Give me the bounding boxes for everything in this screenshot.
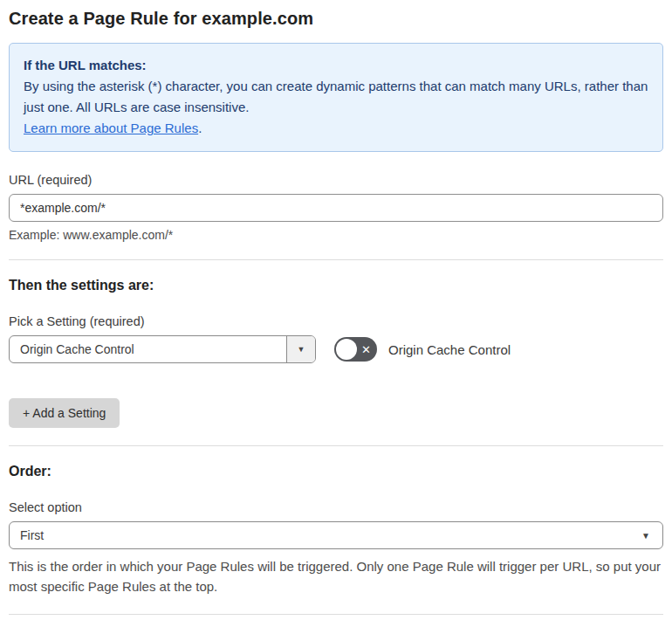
order-helper-text: This is the order in which your Page Rul… [9, 556, 663, 596]
divider [9, 445, 663, 446]
order-select-value: First [10, 522, 641, 548]
url-match-info-box: If the URL matches: By using the asteris… [9, 43, 663, 152]
setting-select[interactable]: Origin Cache Control ▼ [9, 335, 316, 363]
settings-heading: Then the settings are: [9, 278, 663, 293]
divider [9, 259, 663, 260]
setting-picker-label: Pick a Setting (required) [9, 314, 663, 328]
order-select-label: Select option [9, 500, 663, 514]
divider [9, 614, 663, 615]
setting-select-value: Origin Cache Control [10, 336, 286, 362]
info-box-heading: If the URL matches: [24, 55, 648, 76]
page-title: Create a Page Rule for example.com [9, 9, 663, 29]
order-heading: Order: [9, 464, 663, 479]
page-rule-form: Create a Page Rule for example.com If th… [0, 0, 672, 620]
learn-more-link[interactable]: Learn more about Page Rules [24, 121, 198, 135]
setting-row: Origin Cache Control ▼ ✕ Origin Cache Co… [9, 335, 663, 363]
toggle-off-x-icon: ✕ [361, 344, 371, 355]
url-label: URL (required) [9, 173, 663, 187]
origin-cache-control-toggle[interactable]: ✕ [334, 337, 377, 362]
chevron-down-icon: ▼ [286, 336, 315, 362]
info-box-body: By using the asterisk (*) character, you… [24, 76, 648, 118]
toggle-knob [336, 339, 357, 360]
link-suffix: . [198, 121, 202, 135]
toggle-label: Origin Cache Control [388, 342, 511, 357]
order-select[interactable]: First ▼ [9, 521, 663, 549]
chevron-down-icon: ▼ [641, 522, 662, 548]
info-box-link-line: Learn more about Page Rules. [24, 118, 648, 139]
url-example-text: Example: www.example.com/* [9, 228, 663, 242]
add-setting-button[interactable]: + Add a Setting [9, 398, 120, 428]
url-input[interactable] [9, 194, 663, 222]
